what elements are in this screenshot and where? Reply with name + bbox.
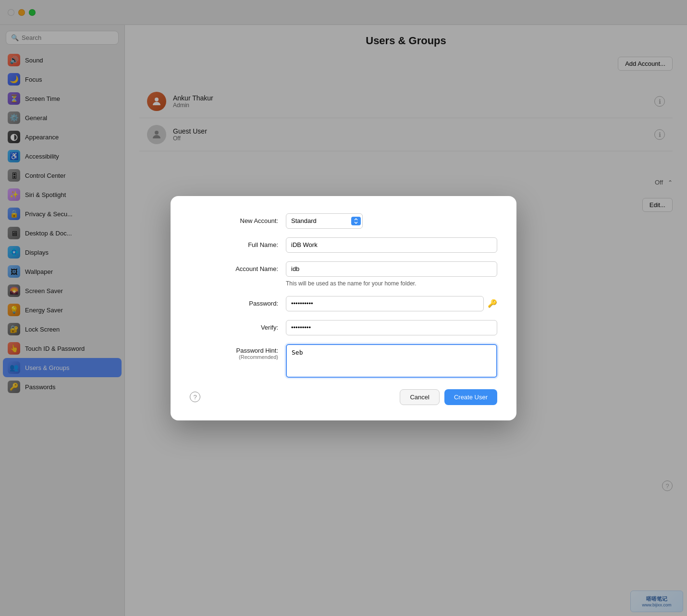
form-row-fullname: Full Name: (190, 237, 497, 253)
form-row-accountname-inner: Account Name: (190, 261, 497, 277)
account-name-label: Account Name: (190, 265, 286, 272)
create-user-modal: New Account: Standard Administrator Shar… (171, 196, 516, 420)
account-name-hint: This will be used as the name for your h… (286, 280, 416, 287)
verify-label: Verify: (190, 324, 286, 331)
password-hint-textarea[interactable]: Seb (286, 344, 497, 378)
modal-footer: ? Cancel Create User (190, 389, 497, 405)
new-account-select[interactable]: Standard Administrator Sharing Only (286, 213, 363, 229)
password-hint-label: Password Hint: (236, 347, 278, 354)
new-account-select-wrapper: Standard Administrator Sharing Only (286, 213, 363, 229)
full-name-label: Full Name: (190, 241, 286, 248)
verify-input[interactable] (286, 320, 497, 335)
modal-help-button[interactable]: ? (190, 392, 200, 402)
modal-help-symbol: ? (193, 394, 196, 401)
create-user-button[interactable]: Create User (444, 389, 497, 405)
account-name-hint-area: This will be used as the name for your h… (190, 279, 497, 287)
account-name-input[interactable] (286, 261, 497, 277)
password-input-area: 🔑 (286, 296, 497, 311)
password-label: Password: (190, 300, 286, 307)
key-icon[interactable]: 🔑 (488, 299, 497, 308)
new-account-label: New Account: (190, 217, 286, 224)
full-name-input[interactable] (286, 237, 497, 253)
modal-overlay: New Account: Standard Administrator Shar… (0, 0, 687, 616)
password-hint-label-area: Password Hint: (Recommended) (190, 344, 286, 360)
form-row-accountname: Account Name: This will be used as the n… (190, 261, 497, 287)
password-hint-sublabel: (Recommended) (190, 354, 278, 360)
cancel-button[interactable]: Cancel (400, 389, 439, 405)
form-row-hint: Password Hint: (Recommended) Seb (190, 344, 497, 378)
modal-buttons: Cancel Create User (400, 389, 497, 405)
form-row-new-account: New Account: Standard Administrator Shar… (190, 213, 497, 229)
form-row-password: Password: 🔑 (190, 296, 497, 311)
form-row-verify: Verify: (190, 320, 497, 335)
password-input[interactable] (286, 296, 484, 311)
main-window: 🔍 🔊 Sound 🌙 Focus ⏳ Screen Time ⚙️ (0, 0, 687, 616)
